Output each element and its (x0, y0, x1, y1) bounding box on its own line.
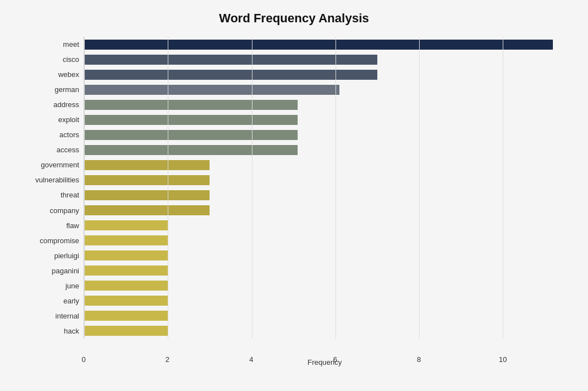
bar (84, 115, 298, 125)
y-label: vulnerabilities (35, 176, 79, 184)
bar (84, 130, 298, 140)
bars-area (84, 37, 566, 339)
bar (84, 145, 298, 155)
bar-row (84, 204, 566, 216)
y-labels: meetciscowebexgermanaddressexploitactors… (22, 37, 84, 339)
y-label: webex (58, 71, 79, 78)
y-label: german (55, 86, 79, 93)
bar-row (84, 114, 566, 126)
bar-row (84, 159, 566, 171)
y-label: paganini (52, 267, 79, 274)
chart-area: meetciscowebexgermanaddressexploitactors… (22, 37, 566, 339)
chart-title: Word Frequency Analysis (22, 11, 566, 26)
y-label: threat (61, 191, 79, 199)
bar-row (84, 129, 566, 141)
bar (84, 85, 339, 95)
y-label: internal (55, 312, 79, 320)
bars-wrapper: 0246810 Frequency (84, 37, 566, 339)
bar (84, 55, 377, 65)
bar-row (84, 144, 566, 156)
bar (84, 190, 210, 200)
bar (84, 220, 168, 230)
bar-row (84, 264, 566, 277)
y-label: hack (64, 327, 79, 335)
y-label: exploit (58, 116, 79, 123)
x-tick: 2 (166, 355, 169, 364)
bar (84, 175, 210, 185)
bar (84, 235, 168, 245)
y-label: address (54, 101, 79, 108)
bar-row (84, 84, 566, 96)
y-label: early (64, 297, 79, 305)
x-tick: 0 (81, 355, 85, 364)
y-label: june (65, 282, 79, 289)
bar-row (84, 54, 566, 66)
bar (84, 326, 168, 336)
bar (84, 205, 210, 215)
bar-row (84, 249, 566, 262)
x-tick: 8 (417, 355, 421, 364)
bar-row (84, 189, 566, 201)
y-label: pierluigi (54, 252, 79, 259)
bar (84, 311, 168, 321)
y-label: access (57, 146, 79, 153)
x-tick: 10 (499, 355, 507, 364)
bar-row (84, 38, 566, 51)
bar-row (84, 174, 566, 186)
chart-container: Word Frequency Analysis meetciscowebexge… (0, 0, 588, 391)
y-label: flaw (66, 222, 79, 229)
x-tick: 4 (249, 355, 253, 364)
y-label: actors (60, 131, 79, 138)
x-axis-label: Frequency (308, 358, 342, 366)
y-label: government (41, 161, 79, 168)
bar-row (84, 310, 566, 322)
bar (84, 250, 168, 260)
bar-row (84, 295, 566, 307)
bar-row (84, 234, 566, 247)
bar-row (84, 279, 566, 292)
y-label: meet (63, 41, 79, 48)
bar (84, 281, 168, 291)
bar-row (84, 99, 566, 111)
y-label: cisco (62, 56, 79, 63)
bar-row (84, 325, 566, 337)
bar-row (84, 69, 566, 81)
bar (84, 100, 298, 110)
y-label: compromise (40, 237, 79, 244)
bar-row (84, 219, 566, 231)
bar (84, 160, 210, 170)
bar (84, 70, 377, 80)
bar (84, 296, 168, 306)
bar (84, 40, 553, 50)
bar (84, 266, 168, 276)
y-label: company (50, 207, 79, 214)
gridlines (84, 37, 566, 339)
